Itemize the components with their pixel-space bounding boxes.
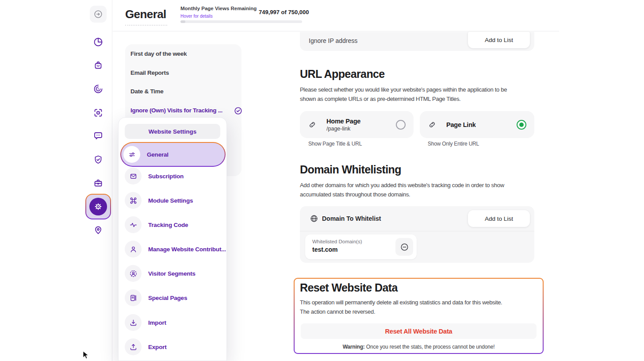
location-pin-icon[interactable] — [89, 222, 107, 239]
menu-item-special-pages[interactable]: Special Pages — [123, 288, 223, 308]
settings-row-ignore-visits[interactable]: Ignore (Own) Visits for Tracking ... — [130, 107, 236, 116]
add-to-list-button-ip[interactable]: Add to List — [468, 32, 530, 48]
page-header: General Monthly Page Views Remaining Hov… — [113, 0, 559, 31]
menu-header: Website Settings — [125, 124, 220, 139]
domain-whitelisting-description: Add other domains for which you added th… — [300, 180, 504, 199]
menu-item-import[interactable]: Import — [123, 312, 223, 333]
menu-item-label: Special Pages — [148, 295, 187, 301]
minus-circle-icon — [400, 242, 409, 252]
globe-icon — [310, 214, 318, 223]
settings-gear-highlight — [85, 194, 111, 219]
option-label: Page Link — [446, 121, 476, 128]
menu-item-visitor-segments[interactable]: Visitor Segments — [123, 263, 223, 284]
bag-icon[interactable] — [89, 57, 107, 74]
chat-icon[interactable] — [89, 127, 107, 145]
menu-item-label: Import — [148, 319, 166, 326]
check-circle-icon — [234, 106, 243, 115]
menu-item-label: Module Settings — [148, 197, 193, 204]
option-home-page[interactable]: Home Page /page-link — [300, 111, 414, 138]
link-icon — [428, 120, 437, 129]
export-icon — [125, 338, 142, 355]
remove-domain-button[interactable] — [395, 238, 413, 256]
menu-item-label: Export — [148, 344, 167, 350]
url-appearance-title: URL Appearance — [300, 68, 385, 81]
menu-item-subscription[interactable]: Subscription — [123, 166, 223, 186]
menu-item-export[interactable]: Export — [123, 337, 223, 357]
menu-item-label: Manage Website Contribut... — [148, 246, 226, 253]
domain-whitelisting-title: Domain Whitelisting — [300, 163, 401, 176]
radio-unselected[interactable] — [396, 120, 406, 130]
title-underline — [125, 25, 167, 26]
option-page-link[interactable]: Page Link — [420, 111, 534, 138]
option-label: Home Page — [326, 118, 360, 125]
icon-rail — [0, 0, 112, 361]
mouse-cursor — [83, 351, 90, 360]
pageviews-value: 749,997 of 750,000 — [259, 9, 309, 15]
whitelisted-domain-label: Whitelisted Domain(s) — [312, 239, 362, 244]
menu-item-module-settings[interactable]: Module Settings — [123, 190, 223, 211]
whitelisted-domain-value: test.com — [312, 246, 338, 253]
whitelisted-domain-item: Whitelisted Domain(s) test.com — [305, 234, 417, 259]
website-settings-menu: Website Settings General Subscription Mo… — [118, 117, 227, 361]
briefcase-icon[interactable] — [89, 174, 107, 192]
menu-item-label: General — [147, 151, 169, 158]
url-appearance-description: Please select whether you would like you… — [300, 85, 507, 104]
pages-icon — [125, 289, 142, 306]
ignore-ip-input[interactable]: Ignore IP address — [309, 37, 357, 44]
link-icon — [308, 120, 317, 129]
pageviews-progress-fill — [180, 20, 185, 23]
settings-row-email-reports[interactable]: Email Reports — [130, 69, 236, 78]
radio-selected[interactable] — [517, 120, 526, 130]
option-caption: Show Page Title & URL — [308, 141, 362, 147]
shield-check-icon[interactable] — [89, 151, 107, 169]
domain-whitelist-card: Domain To Whitelist Add to List Whitelis… — [300, 206, 534, 263]
reset-website-data-card: Reset Website Data This operation will p… — [295, 279, 543, 353]
sidebar-toggle-icon[interactable] — [90, 6, 107, 23]
import-icon — [125, 314, 142, 331]
spiral-icon[interactable] — [89, 80, 107, 98]
user-icon — [125, 241, 142, 257]
menu-item-general[interactable]: General — [121, 143, 225, 166]
pulse-icon — [125, 216, 142, 233]
sliders-icon — [123, 146, 140, 163]
page-title: General — [125, 8, 166, 21]
settings-row-first-day[interactable]: First day of the week — [130, 50, 236, 59]
option-caption: Show Only Entire URL — [428, 141, 479, 147]
reset-warning: Warning: Once you reset the stats, the p… — [295, 344, 543, 350]
domain-to-whitelist-input[interactable]: Domain To Whitelist — [322, 215, 381, 222]
gear-icon — [89, 198, 107, 215]
menu-item-tracking-code[interactable]: Tracking Code — [123, 215, 223, 235]
menu-item-label: Tracking Code — [148, 222, 188, 228]
reset-section-highlight: Reset Website Data This operation will p… — [294, 278, 544, 354]
menu-item-manage-contributors[interactable]: Manage Website Contribut... — [123, 239, 223, 259]
hover-for-details-link[interactable]: Hover for details — [180, 14, 213, 19]
envelope-icon — [125, 168, 142, 184]
add-to-list-button-domain[interactable]: Add to List — [468, 210, 530, 227]
pageviews-progress-bar — [180, 20, 302, 23]
pageviews-label: Monthly Page Views Remaining — [180, 6, 257, 11]
reset-title: Reset Website Data — [300, 281, 398, 294]
menu-item-label: Visitor Segments — [148, 270, 196, 277]
app-window: General Monthly Page Views Remaining Hov… — [0, 0, 644, 361]
command-icon — [125, 192, 142, 209]
settings-gear-button[interactable] — [86, 195, 110, 219]
divider — [300, 231, 534, 231]
reset-description: This operation will permanently delete a… — [300, 298, 502, 316]
menu-item-general-highlight: General — [120, 142, 226, 167]
user-segment-icon — [125, 265, 142, 282]
menu-item-label: Subscription — [148, 173, 184, 180]
reset-all-website-data-button[interactable]: Reset All Website Data — [301, 323, 537, 339]
option-sublabel: /page-link — [326, 126, 360, 132]
focus-icon[interactable] — [89, 104, 107, 122]
pie-chart-icon[interactable] — [89, 33, 107, 51]
settings-row-date-time[interactable]: Date & Time — [130, 88, 236, 97]
